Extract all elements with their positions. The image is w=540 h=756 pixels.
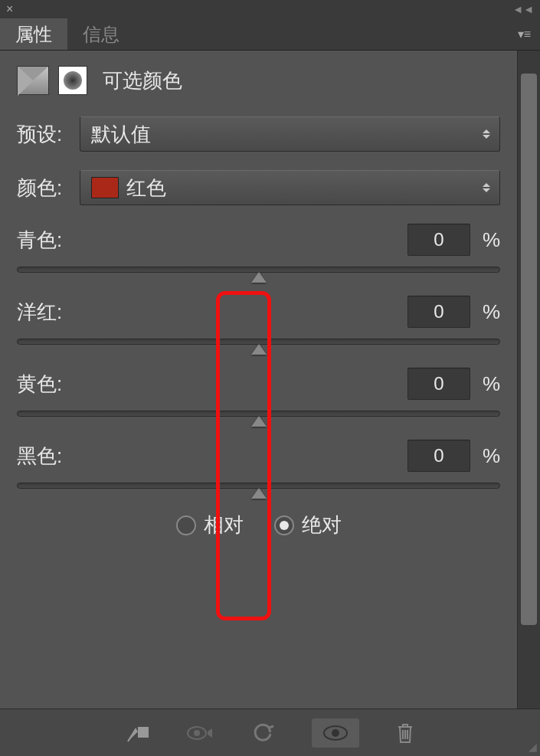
adjustment-header: 可选颜色 <box>17 66 500 95</box>
preset-label: 预设: <box>17 121 70 148</box>
slider-black: 黑色: % <box>17 440 500 489</box>
slider-cyan-track[interactable] <box>17 267 500 273</box>
tab-info[interactable]: 信息 <box>67 18 135 50</box>
color-label: 颜色: <box>17 175 70 201</box>
slider-magenta-track[interactable] <box>17 339 500 345</box>
content: 可选颜色 预设: 默认值 颜色: 红色 <box>0 51 517 709</box>
adjustment-title: 可选颜色 <box>103 67 182 94</box>
selective-color-panel: × ◄◄ 属性 信息 ▾≡ 可选颜色 预设: 默认值 <box>0 0 540 756</box>
trash-icon[interactable] <box>396 722 414 744</box>
slider-handle-icon[interactable] <box>251 488 267 499</box>
slider-magenta: 洋红: % <box>17 296 500 345</box>
preset-dropdown[interactable]: 默认值 <box>80 116 500 152</box>
adjustment-type-icon[interactable] <box>17 66 49 95</box>
slider-cyan-input[interactable] <box>407 224 470 256</box>
radio-relative-label: 相对 <box>204 512 244 538</box>
slider-yellow-track[interactable] <box>17 411 500 417</box>
slider-yellow-input[interactable] <box>407 368 470 400</box>
svg-point-3 <box>332 729 339 737</box>
mask-icon[interactable] <box>58 66 87 95</box>
sliders: 青色: % 洋红: % <box>17 224 500 489</box>
resize-grip-icon[interactable]: ◢ <box>529 741 537 753</box>
radio-absolute-label: 绝对 <box>302 512 342 538</box>
color-value: 红色 <box>126 175 166 201</box>
tab-properties[interactable]: 属性 <box>0 18 67 50</box>
view-previous-icon[interactable] <box>186 724 215 742</box>
method-row: 相对 绝对 <box>17 512 500 538</box>
slider-unit: % <box>483 372 500 396</box>
color-row: 颜色: 红色 <box>17 170 500 205</box>
radio-absolute[interactable]: 绝对 <box>274 512 342 538</box>
slider-label: 黑色: <box>17 443 62 470</box>
slider-unit: % <box>483 228 500 252</box>
preset-value: 默认值 <box>91 121 151 148</box>
panel-menu-icon[interactable]: ▾≡ <box>509 27 540 41</box>
tabs: 属性 信息 ▾≡ <box>0 18 540 51</box>
collapse-icon[interactable]: ◄◄ <box>512 3 534 15</box>
radio-relative[interactable]: 相对 <box>176 512 244 538</box>
slider-label: 青色: <box>17 227 62 254</box>
slider-unit: % <box>483 300 500 324</box>
color-swatch <box>91 177 119 198</box>
clip-to-layer-icon[interactable] <box>126 723 149 743</box>
slider-black-input[interactable] <box>407 440 470 472</box>
dropdown-arrows-icon <box>483 129 490 139</box>
content-wrapper: 可选颜色 预设: 默认值 颜色: 红色 <box>0 51 540 709</box>
slider-yellow: 黄色: % <box>17 368 500 417</box>
title-bar: × ◄◄ <box>0 0 540 18</box>
slider-black-track[interactable] <box>17 483 500 489</box>
svg-point-1 <box>194 730 200 736</box>
scrollbar[interactable] <box>517 51 540 709</box>
slider-unit: % <box>483 444 500 468</box>
slider-magenta-input[interactable] <box>407 296 470 328</box>
scrollbar-thumb[interactable] <box>521 74 537 625</box>
slider-handle-icon[interactable] <box>251 416 267 427</box>
slider-label: 黄色: <box>17 371 62 398</box>
slider-label: 洋红: <box>17 299 62 326</box>
bottom-toolbar: ◢ <box>0 709 540 756</box>
visibility-icon[interactable] <box>312 718 359 748</box>
reset-icon[interactable] <box>252 723 275 743</box>
radio-icon <box>176 515 196 535</box>
slider-cyan: 青色: % <box>17 224 500 273</box>
radio-icon <box>274 515 294 535</box>
close-icon[interactable]: × <box>6 2 13 16</box>
slider-handle-icon[interactable] <box>251 272 267 283</box>
color-dropdown[interactable]: 红色 <box>80 170 500 205</box>
slider-handle-icon[interactable] <box>251 344 267 355</box>
dropdown-arrows-icon <box>483 183 490 192</box>
preset-row: 预设: 默认值 <box>17 116 500 152</box>
